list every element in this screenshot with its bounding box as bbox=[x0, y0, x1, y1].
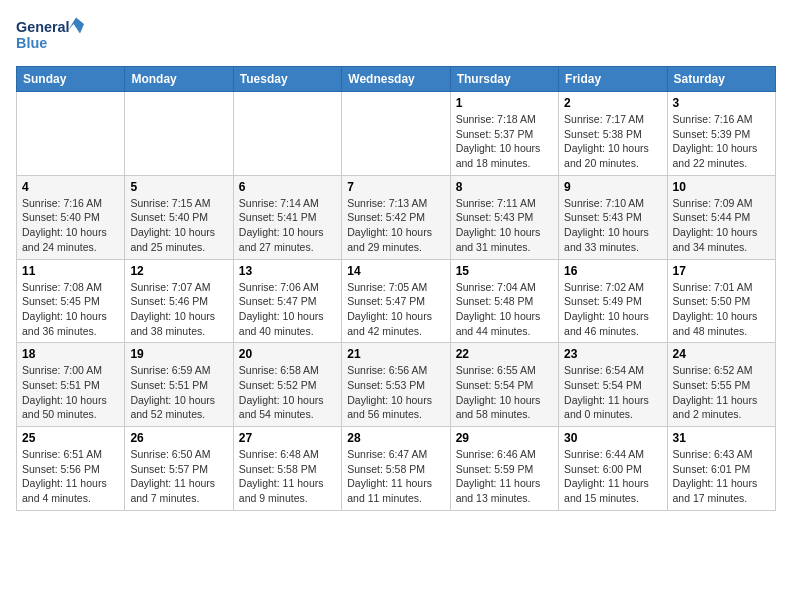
day-number: 9 bbox=[564, 180, 661, 194]
day-number: 23 bbox=[564, 347, 661, 361]
calendar-cell: 29Sunrise: 6:46 AM Sunset: 5:59 PM Dayli… bbox=[450, 427, 558, 511]
calendar-cell: 22Sunrise: 6:55 AM Sunset: 5:54 PM Dayli… bbox=[450, 343, 558, 427]
calendar-cell: 16Sunrise: 7:02 AM Sunset: 5:49 PM Dayli… bbox=[559, 259, 667, 343]
calendar-cell: 30Sunrise: 6:44 AM Sunset: 6:00 PM Dayli… bbox=[559, 427, 667, 511]
day-info: Sunrise: 6:44 AM Sunset: 6:00 PM Dayligh… bbox=[564, 447, 661, 506]
day-info: Sunrise: 6:58 AM Sunset: 5:52 PM Dayligh… bbox=[239, 363, 336, 422]
day-number: 25 bbox=[22, 431, 119, 445]
header: GeneralBlue bbox=[16, 16, 776, 56]
logo: GeneralBlue bbox=[16, 16, 96, 56]
day-info: Sunrise: 7:04 AM Sunset: 5:48 PM Dayligh… bbox=[456, 280, 553, 339]
day-number: 3 bbox=[673, 96, 770, 110]
calendar-cell: 17Sunrise: 7:01 AM Sunset: 5:50 PM Dayli… bbox=[667, 259, 775, 343]
day-number: 10 bbox=[673, 180, 770, 194]
calendar-cell: 28Sunrise: 6:47 AM Sunset: 5:58 PM Dayli… bbox=[342, 427, 450, 511]
calendar-cell: 5Sunrise: 7:15 AM Sunset: 5:40 PM Daylig… bbox=[125, 175, 233, 259]
calendar-cell bbox=[125, 92, 233, 176]
calendar-cell: 14Sunrise: 7:05 AM Sunset: 5:47 PM Dayli… bbox=[342, 259, 450, 343]
day-info: Sunrise: 6:52 AM Sunset: 5:55 PM Dayligh… bbox=[673, 363, 770, 422]
day-number: 19 bbox=[130, 347, 227, 361]
day-info: Sunrise: 7:13 AM Sunset: 5:42 PM Dayligh… bbox=[347, 196, 444, 255]
day-number: 31 bbox=[673, 431, 770, 445]
day-number: 4 bbox=[22, 180, 119, 194]
day-number: 14 bbox=[347, 264, 444, 278]
day-info: Sunrise: 7:17 AM Sunset: 5:38 PM Dayligh… bbox=[564, 112, 661, 171]
day-info: Sunrise: 6:43 AM Sunset: 6:01 PM Dayligh… bbox=[673, 447, 770, 506]
calendar-cell: 7Sunrise: 7:13 AM Sunset: 5:42 PM Daylig… bbox=[342, 175, 450, 259]
day-info: Sunrise: 7:00 AM Sunset: 5:51 PM Dayligh… bbox=[22, 363, 119, 422]
day-number: 2 bbox=[564, 96, 661, 110]
day-info: Sunrise: 6:48 AM Sunset: 5:58 PM Dayligh… bbox=[239, 447, 336, 506]
day-info: Sunrise: 6:54 AM Sunset: 5:54 PM Dayligh… bbox=[564, 363, 661, 422]
day-info: Sunrise: 6:46 AM Sunset: 5:59 PM Dayligh… bbox=[456, 447, 553, 506]
weekday-header-monday: Monday bbox=[125, 67, 233, 92]
day-number: 22 bbox=[456, 347, 553, 361]
day-info: Sunrise: 7:02 AM Sunset: 5:49 PM Dayligh… bbox=[564, 280, 661, 339]
calendar-cell: 9Sunrise: 7:10 AM Sunset: 5:43 PM Daylig… bbox=[559, 175, 667, 259]
svg-text:Blue: Blue bbox=[16, 35, 47, 51]
day-info: Sunrise: 7:05 AM Sunset: 5:47 PM Dayligh… bbox=[347, 280, 444, 339]
day-number: 8 bbox=[456, 180, 553, 194]
calendar-cell: 3Sunrise: 7:16 AM Sunset: 5:39 PM Daylig… bbox=[667, 92, 775, 176]
day-number: 27 bbox=[239, 431, 336, 445]
calendar-cell: 20Sunrise: 6:58 AM Sunset: 5:52 PM Dayli… bbox=[233, 343, 341, 427]
calendar-cell: 15Sunrise: 7:04 AM Sunset: 5:48 PM Dayli… bbox=[450, 259, 558, 343]
day-number: 1 bbox=[456, 96, 553, 110]
day-number: 18 bbox=[22, 347, 119, 361]
calendar-cell: 10Sunrise: 7:09 AM Sunset: 5:44 PM Dayli… bbox=[667, 175, 775, 259]
logo-icon: GeneralBlue bbox=[16, 16, 96, 56]
calendar-cell: 11Sunrise: 7:08 AM Sunset: 5:45 PM Dayli… bbox=[17, 259, 125, 343]
day-info: Sunrise: 7:11 AM Sunset: 5:43 PM Dayligh… bbox=[456, 196, 553, 255]
weekday-header-sunday: Sunday bbox=[17, 67, 125, 92]
day-number: 5 bbox=[130, 180, 227, 194]
day-number: 12 bbox=[130, 264, 227, 278]
day-info: Sunrise: 6:56 AM Sunset: 5:53 PM Dayligh… bbox=[347, 363, 444, 422]
day-info: Sunrise: 6:47 AM Sunset: 5:58 PM Dayligh… bbox=[347, 447, 444, 506]
day-number: 13 bbox=[239, 264, 336, 278]
day-info: Sunrise: 7:09 AM Sunset: 5:44 PM Dayligh… bbox=[673, 196, 770, 255]
calendar-cell: 21Sunrise: 6:56 AM Sunset: 5:53 PM Dayli… bbox=[342, 343, 450, 427]
calendar-cell: 25Sunrise: 6:51 AM Sunset: 5:56 PM Dayli… bbox=[17, 427, 125, 511]
day-number: 20 bbox=[239, 347, 336, 361]
day-info: Sunrise: 6:51 AM Sunset: 5:56 PM Dayligh… bbox=[22, 447, 119, 506]
day-number: 28 bbox=[347, 431, 444, 445]
calendar-cell bbox=[17, 92, 125, 176]
calendar-cell bbox=[233, 92, 341, 176]
day-number: 24 bbox=[673, 347, 770, 361]
calendar-cell: 6Sunrise: 7:14 AM Sunset: 5:41 PM Daylig… bbox=[233, 175, 341, 259]
day-info: Sunrise: 7:10 AM Sunset: 5:43 PM Dayligh… bbox=[564, 196, 661, 255]
calendar-cell: 18Sunrise: 7:00 AM Sunset: 5:51 PM Dayli… bbox=[17, 343, 125, 427]
calendar-cell: 8Sunrise: 7:11 AM Sunset: 5:43 PM Daylig… bbox=[450, 175, 558, 259]
calendar-cell: 13Sunrise: 7:06 AM Sunset: 5:47 PM Dayli… bbox=[233, 259, 341, 343]
day-info: Sunrise: 7:15 AM Sunset: 5:40 PM Dayligh… bbox=[130, 196, 227, 255]
day-info: Sunrise: 6:55 AM Sunset: 5:54 PM Dayligh… bbox=[456, 363, 553, 422]
day-number: 7 bbox=[347, 180, 444, 194]
day-number: 21 bbox=[347, 347, 444, 361]
day-info: Sunrise: 7:07 AM Sunset: 5:46 PM Dayligh… bbox=[130, 280, 227, 339]
calendar-cell: 2Sunrise: 7:17 AM Sunset: 5:38 PM Daylig… bbox=[559, 92, 667, 176]
calendar-cell: 12Sunrise: 7:07 AM Sunset: 5:46 PM Dayli… bbox=[125, 259, 233, 343]
weekday-header-tuesday: Tuesday bbox=[233, 67, 341, 92]
day-info: Sunrise: 6:50 AM Sunset: 5:57 PM Dayligh… bbox=[130, 447, 227, 506]
day-info: Sunrise: 7:08 AM Sunset: 5:45 PM Dayligh… bbox=[22, 280, 119, 339]
calendar-cell: 26Sunrise: 6:50 AM Sunset: 5:57 PM Dayli… bbox=[125, 427, 233, 511]
calendar-cell bbox=[342, 92, 450, 176]
calendar-cell: 31Sunrise: 6:43 AM Sunset: 6:01 PM Dayli… bbox=[667, 427, 775, 511]
day-info: Sunrise: 7:16 AM Sunset: 5:40 PM Dayligh… bbox=[22, 196, 119, 255]
calendar-cell: 27Sunrise: 6:48 AM Sunset: 5:58 PM Dayli… bbox=[233, 427, 341, 511]
day-info: Sunrise: 7:14 AM Sunset: 5:41 PM Dayligh… bbox=[239, 196, 336, 255]
calendar-table: SundayMondayTuesdayWednesdayThursdayFrid… bbox=[16, 66, 776, 511]
calendar-cell: 23Sunrise: 6:54 AM Sunset: 5:54 PM Dayli… bbox=[559, 343, 667, 427]
day-number: 17 bbox=[673, 264, 770, 278]
day-number: 6 bbox=[239, 180, 336, 194]
calendar-cell: 4Sunrise: 7:16 AM Sunset: 5:40 PM Daylig… bbox=[17, 175, 125, 259]
day-number: 26 bbox=[130, 431, 227, 445]
weekday-header-thursday: Thursday bbox=[450, 67, 558, 92]
day-number: 16 bbox=[564, 264, 661, 278]
svg-marker-2 bbox=[68, 18, 92, 34]
day-number: 29 bbox=[456, 431, 553, 445]
day-info: Sunrise: 7:18 AM Sunset: 5:37 PM Dayligh… bbox=[456, 112, 553, 171]
weekday-header-friday: Friday bbox=[559, 67, 667, 92]
day-info: Sunrise: 7:01 AM Sunset: 5:50 PM Dayligh… bbox=[673, 280, 770, 339]
svg-text:General: General bbox=[16, 19, 70, 35]
